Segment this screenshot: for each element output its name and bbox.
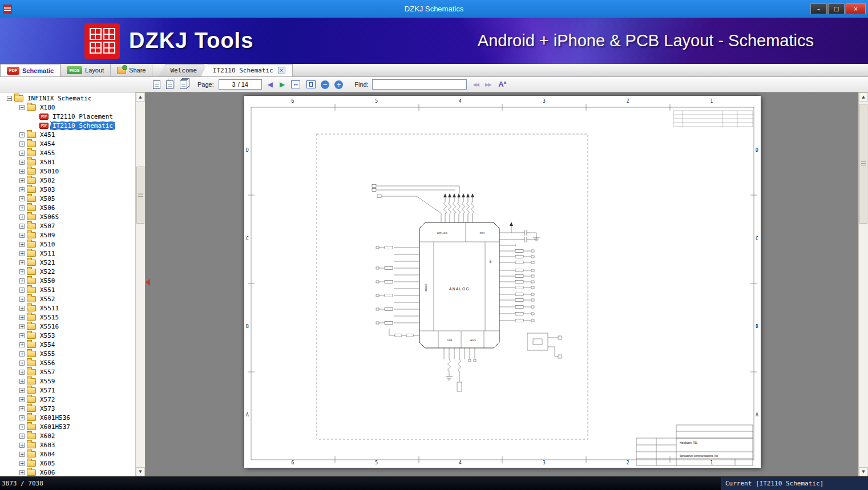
- tree-item[interactable]: +X556: [0, 358, 135, 367]
- find-input[interactable]: [372, 79, 467, 90]
- tree-item[interactable]: +X604: [0, 449, 135, 459]
- zoom-out-button[interactable]: −: [321, 80, 329, 89]
- pdf-viewer[interactable]: WIFI-LED RTC AUDIO RF USB ADCI ANALOG: [146, 92, 868, 476]
- zoom-in-button[interactable]: +: [334, 80, 343, 89]
- expand-icon[interactable]: +: [19, 141, 25, 147]
- tree-item[interactable]: +X552: [0, 294, 135, 303]
- expand-icon[interactable]: +: [19, 151, 25, 156]
- expand-icon[interactable]: +: [19, 269, 25, 274]
- tree-item[interactable]: +X603: [0, 440, 135, 449]
- expand-icon[interactable]: +: [19, 178, 25, 183]
- tree-item[interactable]: −X180: [0, 103, 135, 112]
- tree-item[interactable]: +X502: [0, 176, 135, 185]
- previous-page-button[interactable]: ◀: [268, 80, 273, 88]
- tree-item[interactable]: +X506S: [0, 212, 135, 221]
- tree-item[interactable]: +X455: [0, 148, 135, 157]
- expand-icon[interactable]: +: [19, 306, 25, 311]
- viewer-scrollbar[interactable]: ▲ ▼: [858, 92, 868, 476]
- expand-icon[interactable]: +: [19, 224, 25, 229]
- fit-page-button[interactable]: [306, 80, 316, 88]
- tab-share[interactable]: Share: [111, 64, 152, 76]
- tree-item[interactable]: +X553: [0, 331, 135, 340]
- expand-icon[interactable]: +: [19, 233, 25, 238]
- next-page-button[interactable]: ▶: [280, 80, 285, 88]
- tree-item[interactable]: PDFIT2110 Placement: [0, 112, 135, 121]
- tree-item[interactable]: +X559: [0, 376, 135, 386]
- expand-icon[interactable]: +: [19, 361, 25, 366]
- expand-icon[interactable]: +: [19, 196, 25, 201]
- tree-scroll-thumb[interactable]: [136, 167, 144, 224]
- expand-icon[interactable]: +: [19, 160, 25, 165]
- tree-item[interactable]: −INFINIX Schematic: [0, 94, 135, 103]
- facing-pages-view-icon[interactable]: [180, 80, 187, 89]
- expand-icon[interactable]: +: [19, 461, 25, 466]
- expand-icon[interactable]: +: [19, 406, 25, 411]
- expand-icon[interactable]: +: [19, 205, 25, 210]
- doc-tab-it2110-schematic[interactable]: IT2110 Schematic ×: [201, 64, 293, 76]
- collapse-icon[interactable]: −: [19, 105, 25, 110]
- tree-item[interactable]: +X5511: [0, 303, 135, 313]
- tree-item[interactable]: +X511: [0, 249, 135, 258]
- tree-scrollbar[interactable]: ▲ ▼: [135, 92, 145, 476]
- close-tab-icon[interactable]: ×: [278, 67, 285, 74]
- tree-item[interactable]: +X550: [0, 276, 135, 285]
- expand-icon[interactable]: +: [19, 351, 25, 357]
- scroll-up-icon[interactable]: ▲: [136, 92, 145, 102]
- tree-item[interactable]: +X605: [0, 459, 135, 468]
- tree-item[interactable]: +X506: [0, 203, 135, 212]
- find-previous-icon[interactable]: ◀◀: [473, 82, 479, 87]
- tree-item[interactable]: +X606: [0, 468, 135, 476]
- tree-item[interactable]: +X551: [0, 285, 135, 294]
- expand-icon[interactable]: +: [19, 370, 25, 375]
- expand-icon[interactable]: +: [19, 424, 25, 430]
- tree-item[interactable]: +X505: [0, 194, 135, 203]
- expand-icon[interactable]: +: [19, 251, 25, 256]
- expand-icon[interactable]: +: [19, 315, 25, 320]
- expand-icon[interactable]: +: [19, 260, 25, 265]
- expand-icon[interactable]: +: [19, 132, 25, 137]
- expand-icon[interactable]: +: [19, 297, 25, 302]
- page-number-input[interactable]: 3 / 14: [219, 79, 262, 90]
- expand-icon[interactable]: +: [19, 333, 25, 338]
- expand-icon[interactable]: +: [19, 470, 25, 475]
- tree-item[interactable]: +X601H537: [0, 422, 135, 431]
- expand-icon[interactable]: +: [19, 434, 25, 439]
- font-size-icon[interactable]: Aa: [498, 80, 506, 88]
- fit-width-button[interactable]: ↔: [291, 80, 300, 88]
- tree-item[interactable]: +X601H536: [0, 413, 135, 422]
- expand-icon[interactable]: +: [19, 278, 25, 284]
- tree-item[interactable]: +X573: [0, 404, 135, 413]
- expand-icon[interactable]: +: [19, 187, 25, 192]
- find-next-icon[interactable]: ▶▶: [485, 82, 491, 87]
- tree-item[interactable]: +X5515: [0, 313, 135, 322]
- minimize-button[interactable]: –: [810, 3, 827, 14]
- expand-icon[interactable]: +: [19, 415, 25, 420]
- panel-collapse-arrow[interactable]: [146, 279, 150, 286]
- expand-icon[interactable]: +: [19, 397, 25, 402]
- doc-tab-welcome[interactable]: Welcome: [158, 64, 204, 76]
- viewer-scroll-down-icon[interactable]: ▼: [859, 467, 868, 476]
- expand-icon[interactable]: +: [19, 324, 25, 329]
- expand-icon[interactable]: +: [19, 214, 25, 220]
- expand-icon[interactable]: +: [19, 452, 25, 457]
- expand-icon[interactable]: +: [19, 169, 25, 174]
- tree-item[interactable]: +X554: [0, 340, 135, 349]
- expand-icon[interactable]: +: [19, 388, 25, 393]
- expand-icon[interactable]: +: [19, 342, 25, 347]
- expand-icon[interactable]: +: [19, 379, 25, 384]
- tree-item[interactable]: +X571: [0, 386, 135, 395]
- tree-item[interactable]: +X557: [0, 367, 135, 376]
- collapse-icon[interactable]: −: [7, 96, 12, 101]
- tree-item[interactable]: +X503: [0, 185, 135, 194]
- tree-item[interactable]: +X5010: [0, 167, 135, 176]
- tree-item[interactable]: +X510: [0, 240, 135, 249]
- tree-item[interactable]: +X509: [0, 230, 135, 240]
- maximize-button[interactable]: □: [828, 3, 845, 14]
- viewer-scroll-thumb[interactable]: [859, 104, 867, 224]
- close-button[interactable]: ×: [846, 3, 866, 14]
- viewer-scroll-up-icon[interactable]: ▲: [859, 92, 868, 102]
- tree-item[interactable]: +X501: [0, 157, 135, 167]
- tree-item[interactable]: +X454: [0, 139, 135, 148]
- tab-layout[interactable]: PADS Layout: [60, 64, 111, 76]
- tree-item[interactable]: +X522: [0, 267, 135, 276]
